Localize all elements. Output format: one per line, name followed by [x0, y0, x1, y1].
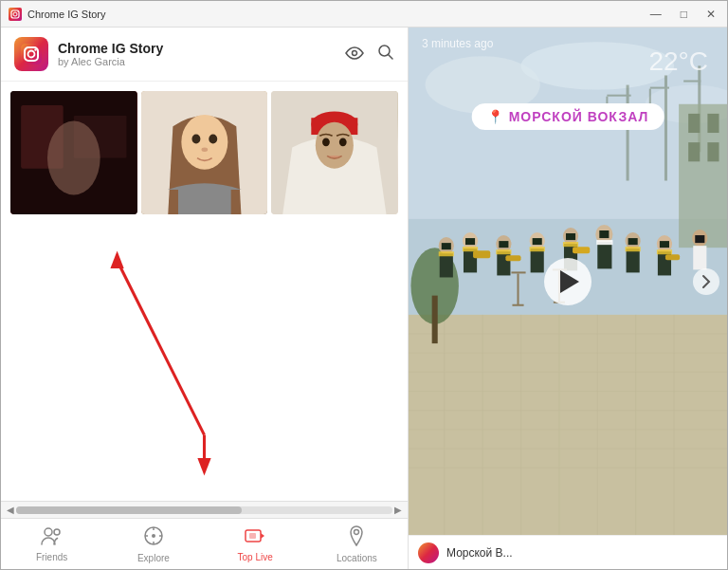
scrollbar-thumb[interactable]	[16, 506, 242, 514]
svg-rect-118	[693, 246, 706, 269]
friends-icon	[41, 526, 64, 550]
svg-point-19	[201, 147, 208, 151]
top-live-icon	[244, 526, 266, 550]
app-window: Chrome IG Story — □ ✕	[0, 0, 728, 570]
svg-rect-83	[439, 251, 454, 256]
svg-rect-103	[573, 247, 590, 253]
story-item-1[interactable]	[10, 91, 137, 214]
svg-rect-91	[497, 251, 510, 275]
story-temperature: 22°C	[648, 46, 708, 77]
svg-rect-110	[626, 247, 641, 251]
content-area	[1, 224, 408, 501]
svg-point-18	[209, 135, 217, 144]
svg-point-8	[353, 50, 357, 55]
titlebar-title: Chrome IG Story	[27, 9, 106, 20]
svg-point-14	[47, 121, 100, 195]
story-bottom-bar: Морской В...	[409, 535, 727, 569]
svg-point-3	[17, 10, 18, 11]
svg-marker-30	[110, 251, 123, 268]
scrollbar-track[interactable]	[16, 506, 392, 514]
svg-point-33	[45, 528, 52, 536]
chevron-right-icon	[701, 274, 711, 289]
play-triangle-icon	[560, 270, 579, 293]
svg-marker-32	[197, 458, 210, 475]
svg-rect-63	[409, 315, 727, 535]
nav-item-top-live[interactable]: Top Live	[205, 519, 306, 569]
left-panel: Chrome IG Story by Alec Garcia	[1, 28, 409, 569]
next-story-button[interactable]	[693, 268, 719, 295]
svg-rect-54	[650, 87, 669, 89]
svg-rect-97	[530, 247, 545, 251]
nav-item-locations[interactable]: Locations	[306, 519, 408, 569]
story-2-image	[141, 91, 268, 214]
svg-point-44	[355, 529, 359, 534]
svg-rect-106	[596, 240, 612, 245]
svg-rect-94	[505, 255, 520, 261]
story-viewer[interactable]: 3 minutes ago 22°C 📍 МОРСКОЙ ВОКЗАЛ	[409, 28, 727, 535]
play-button[interactable]	[544, 258, 592, 305]
svg-rect-107	[599, 230, 609, 238]
story-3-image	[271, 91, 398, 214]
svg-rect-82	[440, 253, 453, 277]
svg-point-36	[152, 534, 155, 538]
svg-rect-59	[688, 114, 700, 133]
scroll-left-button[interactable]: ◀	[5, 505, 16, 515]
minimize-button[interactable]: —	[646, 7, 665, 22]
svg-line-29	[118, 261, 205, 435]
bottom-nav: Friends Explore	[1, 518, 408, 569]
svg-rect-101	[563, 242, 578, 247]
svg-line-10	[389, 54, 393, 59]
main-content: Chrome IG Story by Alec Garcia	[1, 28, 727, 569]
svg-rect-58	[679, 104, 727, 248]
svg-rect-116	[665, 254, 680, 260]
svg-point-17	[191, 135, 200, 144]
app-title-block: Chrome IG Story by Alec Garcia	[58, 41, 345, 67]
svg-rect-109	[627, 248, 640, 272]
svg-rect-50	[627, 85, 629, 181]
maximize-button[interactable]: □	[677, 7, 691, 22]
svg-marker-42	[261, 533, 264, 539]
app-logo	[14, 37, 48, 71]
scroll-right-button[interactable]: ▶	[392, 505, 404, 515]
svg-rect-53	[664, 75, 667, 180]
story-username: Морской В...	[446, 546, 718, 560]
story-1-image	[10, 91, 137, 214]
app-subtitle: by Alec Garcia	[58, 56, 345, 67]
nav-item-friends[interactable]: Friends	[1, 519, 102, 569]
svg-rect-60	[707, 114, 719, 133]
svg-rect-43	[249, 533, 256, 539]
svg-rect-80	[432, 296, 438, 343]
svg-point-34	[54, 529, 60, 535]
titlebar: Chrome IG Story — □ ✕	[1, 1, 727, 28]
search-icon[interactable]	[377, 44, 394, 65]
titlebar-controls: — □ ✕	[646, 7, 719, 22]
svg-rect-89	[473, 250, 490, 258]
svg-point-24	[316, 122, 354, 169]
svg-rect-115	[660, 241, 669, 248]
titlebar-left: Chrome IG Story	[9, 8, 106, 21]
svg-rect-119	[695, 235, 704, 243]
eye-icon[interactable]	[345, 45, 364, 64]
locations-label: Locations	[337, 553, 377, 563]
stories-section	[1, 82, 408, 224]
svg-point-26	[339, 138, 347, 146]
nav-item-explore[interactable]: Explore	[102, 519, 204, 569]
svg-rect-84	[442, 243, 451, 249]
titlebar-app-icon	[9, 8, 22, 21]
svg-rect-111	[628, 238, 638, 245]
locations-icon	[348, 525, 365, 551]
story-time: 3 minutes ago	[422, 37, 493, 50]
svg-rect-57	[683, 81, 701, 83]
story-location-badge[interactable]: 📍 МОРСКОЙ ВОКЗАЛ	[472, 103, 664, 130]
close-button[interactable]: ✕	[702, 7, 719, 22]
svg-rect-93	[499, 241, 508, 248]
svg-rect-120	[511, 271, 525, 273]
svg-rect-88	[465, 238, 475, 245]
story-item-2[interactable]	[141, 91, 268, 214]
svg-rect-98	[533, 238, 542, 245]
right-panel: 3 minutes ago 22°C 📍 МОРСКОЙ ВОКЗАЛ	[409, 28, 727, 569]
svg-rect-51	[607, 95, 630, 97]
explore-label: Explore	[137, 553, 170, 563]
story-item-3[interactable]	[271, 91, 398, 214]
explore-icon	[143, 525, 164, 551]
